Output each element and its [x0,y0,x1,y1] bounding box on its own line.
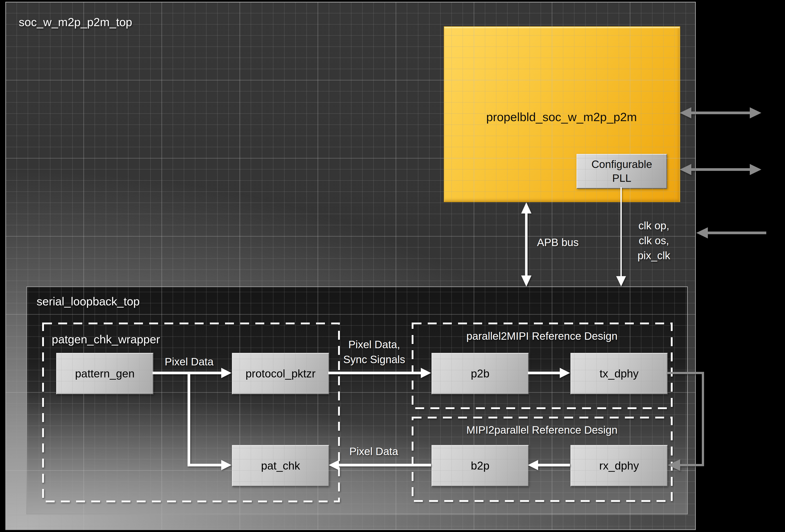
pixel-sync-line1: Pixel Data, [343,337,405,352]
io-arrow-clock-in [696,227,766,238]
block-tx-dphy: tx_dphy [571,353,668,395]
clk-label-line2: clk os, [638,233,670,248]
pll-label-line2: PLL [612,171,631,185]
clk-label-line3: pix_clk [638,248,670,263]
parallel2mipi-title: parallel2MIPI Reference Design [466,330,617,343]
clk-signals-label: clk op, clk os, pix_clk [638,218,670,263]
pixel-sync-label: Pixel Data, Sync Signals [343,337,405,367]
block-p2b-label: p2b [471,367,489,380]
pixel-sync-line2: Sync Signals [343,352,405,367]
block-rx-dphy-label: rx_dphy [599,459,639,472]
block-tx-dphy-label: tx_dphy [600,367,638,380]
block-pat-chk-label: pat_chk [261,459,300,472]
clk-label-line1: clk op, [638,218,670,233]
page: { "top_module": { "title": "soc_w_m2p_p2… [0,0,785,532]
block-protocol-pktzr-label: protocol_pktzr [246,367,315,380]
block-b2p: b2p [432,445,529,486]
apb-bus-label: APB bus [537,236,579,249]
soc-subsystem-title: propelbld_soc_w_m2p_p2m [486,110,637,123]
block-protocol-pktzr: protocol_pktzr [232,353,329,395]
block-rx-dphy: rx_dphy [571,445,668,486]
pll-label-line1: Configurable [591,157,652,171]
block-b2p-label: b2p [471,459,489,472]
block-pattern-gen-label: pattern_gen [75,367,135,380]
block-p2b: p2b [432,353,529,395]
block-pat-chk: pat_chk [232,445,329,486]
patgen-chk-wrapper-title: patgen_chk_wrapper [52,333,160,346]
pixel-data-label-top: Pixel Data [165,355,213,368]
serial-loopback-title: serial_loopback_top [36,295,140,308]
top-module-title: soc_w_m2p_p2m_top [19,16,132,29]
block-pattern-gen: pattern_gen [56,353,153,395]
configurable-pll-box: Configurable PLL [577,154,667,189]
pixel-data-label-bottom: Pixel Data [350,445,398,458]
mipi2parallel-title: MIPI2parallel Reference Design [466,424,617,436]
